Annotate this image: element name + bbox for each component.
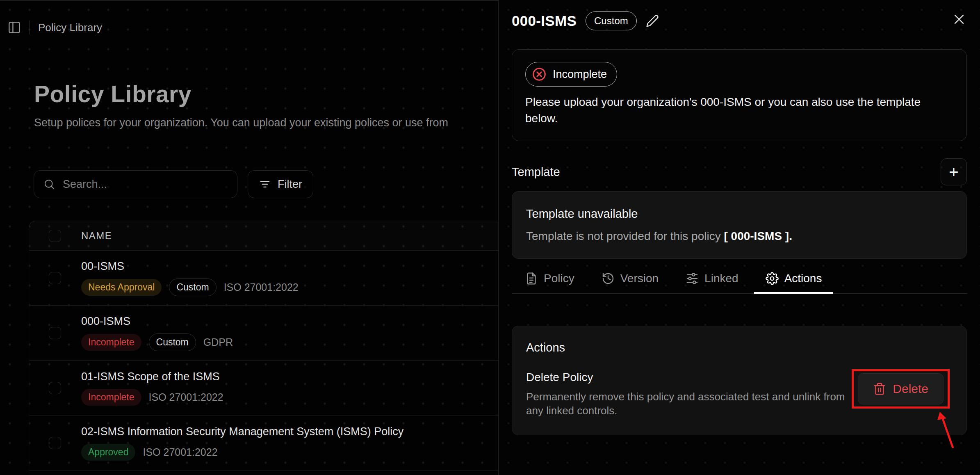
topbar-divider <box>30 21 30 34</box>
tab-actions[interactable]: Actions <box>754 269 834 293</box>
filter-button[interactable]: Filter <box>248 170 313 198</box>
panel-header: 000-ISMS Custom <box>512 9 967 33</box>
tab-linked[interactable]: Linked <box>674 269 750 293</box>
edit-pencil-icon <box>646 14 659 27</box>
status-badge: Incomplete <box>81 334 141 351</box>
status-pill-label: Incomplete <box>553 68 607 81</box>
close-panel-button[interactable] <box>952 12 966 26</box>
row-checkbox[interactable] <box>49 327 61 339</box>
tab-label: Actions <box>784 272 822 285</box>
delete-button-wrapper: Delete <box>858 373 944 404</box>
tab-label: Policy <box>544 272 574 285</box>
page-title: Policy Library <box>34 80 191 107</box>
row-checkbox[interactable] <box>49 272 61 284</box>
list-controls: Filter <box>34 170 313 198</box>
template-card-text-bold: [ 000-ISMS ]. <box>724 230 792 242</box>
framework-label: GDPR <box>203 336 233 348</box>
policy-name: 000-ISMS <box>81 315 233 328</box>
status-message: Please upload your organization's 000-IS… <box>525 94 952 127</box>
delete-policy-title: Delete Policy <box>526 371 858 384</box>
plus-icon: + <box>949 164 958 180</box>
panel-tabs: Policy Version Linked Actions <box>512 269 967 294</box>
sidebar-toggle-button[interactable] <box>7 21 21 34</box>
trash-icon <box>873 382 886 395</box>
actions-card: Actions Delete Policy Permanently remove… <box>512 326 967 435</box>
framework-label: ISO 27001:2022 <box>149 391 223 403</box>
topbar: Policy Library <box>7 21 102 34</box>
x-circle-icon <box>531 66 547 82</box>
framework-label: ISO 27001:2022 <box>143 446 217 458</box>
delete-button[interactable]: Delete <box>858 373 944 404</box>
status-card: Incomplete Please upload your organizati… <box>512 49 967 141</box>
search-icon <box>43 178 55 190</box>
delete-policy-text: Delete Policy Permanently remove this po… <box>526 371 858 418</box>
template-card-text-normal: Template is not provided for this policy <box>526 230 724 242</box>
breadcrumb: Policy Library <box>38 21 102 34</box>
close-icon <box>952 12 966 26</box>
search-input-container[interactable] <box>34 170 237 198</box>
tab-label: Version <box>620 272 659 285</box>
delete-policy-description: Permanently remove this policy and assoc… <box>526 390 858 418</box>
filter-icon <box>259 178 271 190</box>
delete-button-label: Delete <box>893 382 928 396</box>
template-unavailable-card: Template unavailable Template is not pro… <box>512 191 967 259</box>
panel-title: 000-ISMS <box>512 13 577 29</box>
template-card-text: Template is not provided for this policy… <box>526 230 953 243</box>
tab-policy[interactable]: Policy <box>513 269 586 293</box>
panel-left-icon <box>7 21 21 34</box>
custom-badge: Custom <box>586 11 637 30</box>
delete-policy-row: Delete Policy Permanently remove this po… <box>526 371 953 418</box>
policy-name: 00-ISMS <box>81 260 299 273</box>
status-badge: Needs Approval <box>81 279 162 296</box>
name-column-header: NAME <box>81 230 112 242</box>
policy-detail-panel: 000-ISMS Custom Incomplete Please upload… <box>498 0 980 475</box>
template-card-title: Template unavailable <box>526 207 953 221</box>
search-input[interactable] <box>63 178 228 191</box>
template-section-label: Template <box>512 165 560 179</box>
custom-badge: Custom <box>169 279 216 296</box>
template-section-header: Template + <box>512 158 967 185</box>
select-all-checkbox[interactable] <box>49 230 61 242</box>
status-badge: Approved <box>81 444 135 461</box>
tab-label: Linked <box>704 272 738 285</box>
status-badge: Incomplete <box>81 389 141 406</box>
policy-name: 01-ISMS Scope of the ISMS <box>81 370 223 383</box>
filter-label: Filter <box>278 178 302 191</box>
sliders-icon <box>686 272 699 285</box>
tab-version[interactable]: Version <box>590 269 670 293</box>
framework-label: ISO 27001:2022 <box>224 281 299 293</box>
edit-title-button[interactable] <box>646 14 659 27</box>
file-text-icon <box>525 272 538 285</box>
add-template-button[interactable]: + <box>941 158 967 185</box>
history-icon <box>602 272 615 285</box>
gear-icon <box>766 272 779 285</box>
row-checkbox[interactable] <box>49 437 61 449</box>
policy-name: 02-ISMS Information Security Management … <box>81 425 403 438</box>
custom-badge: Custom <box>149 333 196 351</box>
page-subtitle: Setup polices for your organization. You… <box>34 116 448 129</box>
row-checkbox[interactable] <box>49 382 61 394</box>
actions-card-title: Actions <box>526 341 953 354</box>
incomplete-status-pill: Incomplete <box>525 62 617 87</box>
